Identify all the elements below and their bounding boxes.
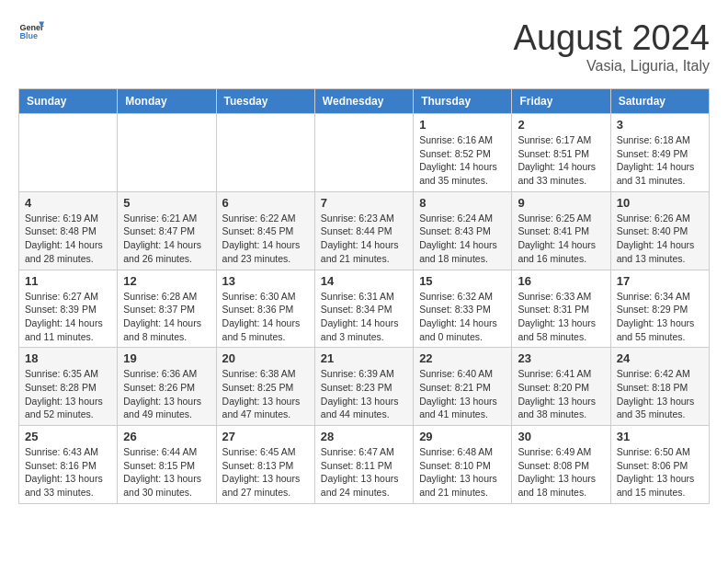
table-row: 15Sunrise: 6:32 AM Sunset: 8:33 PM Dayli…: [414, 270, 512, 348]
table-row: 3Sunrise: 6:18 AM Sunset: 8:49 PM Daylig…: [610, 114, 709, 192]
day-info: Sunrise: 6:28 AM Sunset: 8:37 PM Dayligh…: [123, 290, 210, 344]
table-row: 31Sunrise: 6:50 AM Sunset: 8:06 PM Dayli…: [610, 426, 709, 504]
day-info: Sunrise: 6:17 AM Sunset: 8:51 PM Dayligh…: [518, 133, 604, 188]
day-number: 4: [25, 196, 111, 210]
table-row: 14Sunrise: 6:31 AM Sunset: 8:34 PM Dayli…: [314, 270, 413, 348]
table-row: 26Sunrise: 6:44 AM Sunset: 8:15 PM Dayli…: [118, 426, 216, 504]
calendar-week-row: 18Sunrise: 6:35 AM Sunset: 8:28 PM Dayli…: [19, 348, 710, 426]
day-info: Sunrise: 6:32 AM Sunset: 8:33 PM Dayligh…: [419, 290, 506, 344]
location: Vasia, Liguria, Italy: [514, 58, 710, 75]
day-info: Sunrise: 6:36 AM Sunset: 8:26 PM Dayligh…: [123, 367, 210, 421]
table-row: 27Sunrise: 6:45 AM Sunset: 8:13 PM Dayli…: [216, 426, 314, 504]
day-info: Sunrise: 6:24 AM Sunset: 8:43 PM Dayligh…: [419, 212, 506, 266]
table-row: 10Sunrise: 6:26 AM Sunset: 8:40 PM Dayli…: [610, 191, 709, 270]
col-monday: Monday: [118, 89, 216, 114]
header: General Blue August 2024 Vasia, Liguria,…: [18, 18, 710, 75]
day-info: Sunrise: 6:39 AM Sunset: 8:23 PM Dayligh…: [321, 367, 407, 421]
day-info: Sunrise: 6:50 AM Sunset: 8:06 PM Dayligh…: [617, 445, 703, 500]
table-row: 30Sunrise: 6:49 AM Sunset: 8:08 PM Dayli…: [512, 426, 610, 504]
table-row: [314, 114, 413, 192]
day-number: 1: [419, 118, 506, 132]
day-info: Sunrise: 6:45 AM Sunset: 8:13 PM Dayligh…: [222, 445, 309, 500]
table-row: 8Sunrise: 6:24 AM Sunset: 8:43 PM Daylig…: [414, 191, 512, 270]
calendar-week-row: 4Sunrise: 6:19 AM Sunset: 8:48 PM Daylig…: [19, 191, 710, 270]
logo: General Blue: [18, 18, 44, 44]
day-number: 30: [518, 430, 604, 443]
col-wednesday: Wednesday: [314, 89, 413, 114]
calendar-week-row: 11Sunrise: 6:27 AM Sunset: 8:39 PM Dayli…: [19, 270, 710, 348]
table-row: 13Sunrise: 6:30 AM Sunset: 8:36 PM Dayli…: [216, 270, 314, 348]
col-saturday: Saturday: [610, 89, 709, 114]
day-number: 13: [222, 274, 309, 288]
table-row: 7Sunrise: 6:23 AM Sunset: 8:44 PM Daylig…: [314, 191, 413, 270]
table-row: 2Sunrise: 6:17 AM Sunset: 8:51 PM Daylig…: [512, 114, 610, 192]
table-row: 12Sunrise: 6:28 AM Sunset: 8:37 PM Dayli…: [118, 270, 216, 348]
day-info: Sunrise: 6:49 AM Sunset: 8:08 PM Dayligh…: [518, 445, 604, 500]
day-info: Sunrise: 6:33 AM Sunset: 8:31 PM Dayligh…: [518, 290, 604, 344]
day-number: 15: [419, 274, 506, 288]
day-info: Sunrise: 6:44 AM Sunset: 8:15 PM Dayligh…: [123, 445, 210, 500]
day-number: 29: [419, 430, 506, 443]
table-row: 22Sunrise: 6:40 AM Sunset: 8:21 PM Dayli…: [414, 348, 512, 426]
day-number: 8: [419, 196, 506, 210]
day-number: 23: [518, 351, 604, 365]
day-info: Sunrise: 6:41 AM Sunset: 8:20 PM Dayligh…: [518, 367, 604, 421]
day-info: Sunrise: 6:30 AM Sunset: 8:36 PM Dayligh…: [222, 290, 309, 344]
day-info: Sunrise: 6:19 AM Sunset: 8:48 PM Dayligh…: [25, 212, 111, 266]
table-row: [19, 114, 118, 192]
day-number: 16: [518, 274, 604, 288]
day-number: 17: [617, 274, 703, 288]
day-number: 2: [518, 118, 604, 132]
day-info: Sunrise: 6:47 AM Sunset: 8:11 PM Dayligh…: [321, 445, 407, 500]
col-thursday: Thursday: [414, 89, 512, 114]
day-info: Sunrise: 6:16 AM Sunset: 8:52 PM Dayligh…: [419, 133, 506, 188]
month-year: August 2024: [514, 18, 710, 58]
day-number: 22: [419, 351, 506, 365]
day-number: 20: [222, 351, 309, 365]
day-info: Sunrise: 6:48 AM Sunset: 8:10 PM Dayligh…: [419, 445, 506, 500]
day-number: 19: [123, 351, 210, 365]
day-number: 25: [25, 430, 111, 443]
day-info: Sunrise: 6:35 AM Sunset: 8:28 PM Dayligh…: [25, 367, 111, 421]
table-row: 6Sunrise: 6:22 AM Sunset: 8:45 PM Daylig…: [216, 191, 314, 270]
day-info: Sunrise: 6:27 AM Sunset: 8:39 PM Dayligh…: [25, 290, 111, 344]
calendar-week-row: 1Sunrise: 6:16 AM Sunset: 8:52 PM Daylig…: [19, 114, 710, 192]
day-number: 28: [321, 430, 407, 443]
day-info: Sunrise: 6:21 AM Sunset: 8:47 PM Dayligh…: [123, 212, 210, 266]
title-section: August 2024 Vasia, Liguria, Italy: [514, 18, 710, 75]
day-info: Sunrise: 6:31 AM Sunset: 8:34 PM Dayligh…: [321, 290, 407, 344]
day-info: Sunrise: 6:43 AM Sunset: 8:16 PM Dayligh…: [25, 445, 111, 500]
table-row: 18Sunrise: 6:35 AM Sunset: 8:28 PM Dayli…: [19, 348, 118, 426]
day-number: 12: [123, 274, 210, 288]
table-row: 4Sunrise: 6:19 AM Sunset: 8:48 PM Daylig…: [19, 191, 118, 270]
table-row: [118, 114, 216, 192]
day-number: 31: [617, 430, 703, 443]
day-number: 6: [222, 196, 309, 210]
table-row: 1Sunrise: 6:16 AM Sunset: 8:52 PM Daylig…: [414, 114, 512, 192]
svg-text:Blue: Blue: [19, 31, 38, 40]
day-info: Sunrise: 6:22 AM Sunset: 8:45 PM Dayligh…: [222, 212, 309, 266]
day-info: Sunrise: 6:18 AM Sunset: 8:49 PM Dayligh…: [617, 133, 703, 188]
day-info: Sunrise: 6:40 AM Sunset: 8:21 PM Dayligh…: [419, 367, 506, 421]
table-row: [216, 114, 314, 192]
day-number: 18: [25, 351, 111, 365]
table-row: 20Sunrise: 6:38 AM Sunset: 8:25 PM Dayli…: [216, 348, 314, 426]
day-info: Sunrise: 6:23 AM Sunset: 8:44 PM Dayligh…: [321, 212, 407, 266]
day-number: 24: [617, 351, 703, 365]
col-sunday: Sunday: [19, 89, 118, 114]
day-number: 10: [617, 196, 703, 210]
table-row: 17Sunrise: 6:34 AM Sunset: 8:29 PM Dayli…: [610, 270, 709, 348]
table-row: 19Sunrise: 6:36 AM Sunset: 8:26 PM Dayli…: [118, 348, 216, 426]
table-row: 29Sunrise: 6:48 AM Sunset: 8:10 PM Dayli…: [414, 426, 512, 504]
calendar-header-row: Sunday Monday Tuesday Wednesday Thursday…: [19, 89, 710, 114]
logo-icon: General Blue: [18, 18, 44, 44]
col-friday: Friday: [512, 89, 610, 114]
table-row: 23Sunrise: 6:41 AM Sunset: 8:20 PM Dayli…: [512, 348, 610, 426]
day-number: 14: [321, 274, 407, 288]
table-row: 25Sunrise: 6:43 AM Sunset: 8:16 PM Dayli…: [19, 426, 118, 504]
col-tuesday: Tuesday: [216, 89, 314, 114]
day-number: 26: [123, 430, 210, 443]
day-number: 9: [518, 196, 604, 210]
calendar-week-row: 25Sunrise: 6:43 AM Sunset: 8:16 PM Dayli…: [19, 426, 710, 504]
table-row: 21Sunrise: 6:39 AM Sunset: 8:23 PM Dayli…: [314, 348, 413, 426]
